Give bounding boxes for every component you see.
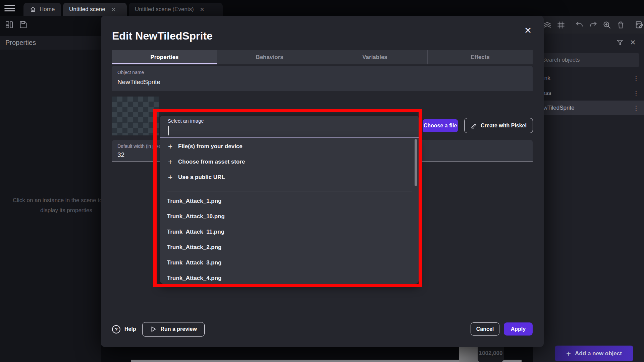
menu-item-label: Use a public URL xyxy=(178,174,225,181)
sprite-preview-placeholder xyxy=(112,97,159,135)
choose-a-file-label: Choose a file xyxy=(424,123,457,129)
file-name: Trunk_Attack_11.png xyxy=(167,229,224,235)
run-a-preview-label: Run a preview xyxy=(160,326,197,332)
close-tab-icon[interactable]: ✕ xyxy=(111,6,116,13)
object-name-value: NewTiledSprite xyxy=(117,78,160,86)
edit-scene-icon[interactable] xyxy=(635,20,644,29)
object-list-item-selected[interactable]: NewTiledSprite ⋮ xyxy=(533,101,644,115)
select-an-image-field[interactable]: Select an image xyxy=(160,116,419,138)
dialog-tabs: Properties Behaviors Variables Effects xyxy=(112,50,533,64)
file-name: Trunk_Attack_2.png xyxy=(167,244,222,251)
main-menu-icon[interactable] xyxy=(4,5,15,11)
plus-icon: + xyxy=(168,173,178,182)
tab-properties[interactable]: Properties xyxy=(112,50,217,64)
close-panel-icon[interactable]: ✕ xyxy=(630,39,636,47)
play-icon xyxy=(150,325,157,333)
kebab-menu-icon[interactable]: ⋮ xyxy=(633,90,639,97)
run-a-preview-button[interactable]: Run a preview xyxy=(142,322,205,337)
cancel-button[interactable]: Cancel xyxy=(471,322,499,336)
image-dropdown-menu: + File(s) from your device + Choose from… xyxy=(160,138,419,284)
plus-icon: + xyxy=(168,142,178,151)
close-tab-icon[interactable]: ✕ xyxy=(200,6,204,13)
search-input[interactable] xyxy=(537,53,639,67)
cancel-label: Cancel xyxy=(476,326,494,332)
choose-a-file-button[interactable]: Choose a file xyxy=(423,119,458,132)
menu-item-files-from-device[interactable]: + File(s) from your device xyxy=(160,139,419,154)
object-name-label: Object name xyxy=(117,70,144,75)
top-tab-bar: Home Untitled scene ✕ Untitled scene (Ev… xyxy=(0,0,644,16)
zoom-in-icon[interactable] xyxy=(602,20,611,29)
text-cursor xyxy=(168,126,169,135)
plus-icon: + xyxy=(566,349,571,358)
menu-item-file[interactable]: Trunk_Attack_2.png xyxy=(160,240,419,255)
menu-item-label: File(s) from your device xyxy=(178,143,243,150)
layers-icon[interactable] xyxy=(543,20,552,29)
tab-untitled-scene-events-label: Untitled scene (Events) xyxy=(135,6,194,13)
question-icon: ? xyxy=(112,325,120,334)
menu-item-file[interactable]: Trunk_Attack_4.png xyxy=(160,270,419,284)
pencil-icon xyxy=(471,122,477,129)
apply-button[interactable]: Apply xyxy=(504,322,533,336)
menu-item-file[interactable]: Trunk_Attack_3.png xyxy=(160,255,419,270)
tab-variables[interactable]: Variables xyxy=(322,50,427,64)
tab-behaviors[interactable]: Behaviors xyxy=(217,50,322,64)
redo-icon[interactable] xyxy=(589,20,598,29)
help-label: Help xyxy=(124,326,136,332)
default-width-value: 32 xyxy=(117,151,124,159)
file-name: Trunk_Attack_10.png xyxy=(167,213,225,220)
tab-untitled-scene-label: Untitled scene xyxy=(69,6,105,13)
close-dialog-icon[interactable]: ✕ xyxy=(522,24,534,37)
empty-state-text: display its properties xyxy=(40,207,92,214)
tab-home-label: Home xyxy=(40,6,55,13)
file-name: Trunk_Attack_3.png xyxy=(167,259,222,266)
apply-label: Apply xyxy=(511,326,526,332)
menu-item-label: Choose from asset store xyxy=(178,159,245,165)
objects-panel xyxy=(533,16,644,362)
menu-item-file[interactable]: Trunk_Attack_11.png xyxy=(160,224,419,240)
menu-item-file[interactable]: Trunk_Attack_1.png xyxy=(160,193,419,209)
plus-icon: + xyxy=(168,158,178,167)
empty-state-text: Click on an instance in the scene to xyxy=(13,197,101,204)
file-name: Trunk_Attack_4.png xyxy=(167,275,222,282)
tab-untitled-scene-events[interactable]: Untitled scene (Events) ✕ xyxy=(129,3,223,16)
create-with-piskel-button[interactable]: Create with Piskel xyxy=(464,118,533,133)
gdevelop-app: Home Untitled scene ✕ Untitled scene (Ev… xyxy=(0,0,644,362)
add-new-object-label: Add a new object xyxy=(575,350,622,357)
properties-panel-header: Properties xyxy=(0,36,101,50)
trash-icon[interactable] xyxy=(616,20,625,29)
menu-item-choose-from-asset-store[interactable]: + Choose from asset store xyxy=(160,154,419,170)
dropdown-scrollbar[interactable] xyxy=(415,139,417,186)
tab-effects[interactable]: Effects xyxy=(427,50,533,64)
dialog-footer: ? Help Run a preview xyxy=(112,322,205,337)
menu-item-use-public-url[interactable]: + Use a public URL xyxy=(160,170,419,185)
default-width-label: Default width (in pixels) xyxy=(117,143,166,149)
select-an-image-label: Select an image xyxy=(168,118,204,124)
file-name: Trunk_Attack_1.png xyxy=(167,198,222,204)
object-list-item[interactable]: Grass ⋮ xyxy=(533,86,644,101)
tab-home[interactable]: Home xyxy=(23,3,61,16)
layout-columns-icon[interactable] xyxy=(5,20,14,29)
help-button[interactable]: ? Help xyxy=(112,325,136,334)
kebab-menu-icon[interactable]: ⋮ xyxy=(633,105,639,111)
kebab-menu-icon[interactable]: ⋮ xyxy=(633,75,639,81)
save-icon[interactable] xyxy=(19,20,28,29)
object-list-item[interactable]: Trunk ⋮ xyxy=(533,71,644,85)
scene-toolbar-right xyxy=(533,16,644,34)
objects-panel-header: ✕ xyxy=(616,38,644,48)
add-new-object-button[interactable]: + Add a new object xyxy=(555,346,633,361)
object-name-field[interactable]: Object name NewTiledSprite xyxy=(112,66,533,91)
filter-icon[interactable] xyxy=(616,39,624,47)
menu-item-file[interactable]: Trunk_Attack_10.png xyxy=(160,209,419,224)
properties-panel: Properties Click on an instance in the s… xyxy=(0,36,101,362)
undo-icon[interactable] xyxy=(575,20,584,29)
create-with-piskel-label: Create with Piskel xyxy=(481,123,527,129)
menu-divider xyxy=(167,191,412,191)
properties-panel-title: Properties xyxy=(5,39,36,47)
home-icon xyxy=(30,6,36,13)
tab-untitled-scene[interactable]: Untitled scene ✕ xyxy=(63,3,127,16)
scene-toolbar-left xyxy=(0,16,101,36)
dialog-title: Edit NewTiledSprite xyxy=(112,30,213,42)
grid-icon[interactable] xyxy=(556,20,566,29)
